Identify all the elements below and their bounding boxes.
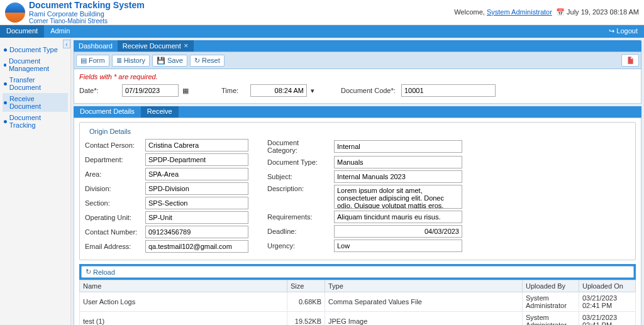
current-user-link[interactable]: System Administrator xyxy=(487,8,552,16)
app-header: Document Tracking System Rami Corporate … xyxy=(0,0,644,25)
document-code-input[interactable] xyxy=(401,84,496,97)
sidebar-item-receive-document[interactable]: Receive Document xyxy=(3,93,68,112)
col-uploaded-on[interactable]: Uploaded On xyxy=(579,280,636,292)
app-subtitle: Rami Corporate Building xyxy=(29,10,145,18)
contact-number-input[interactable] xyxy=(145,226,248,238)
cell-name: test (1) xyxy=(80,312,287,326)
contact-number-label: Contact Number: xyxy=(85,228,142,236)
attachments-toolbar: ↻Reload xyxy=(79,264,636,280)
document-code-label: Document Code*: xyxy=(341,87,397,94)
contact-person-label: Contact Person: xyxy=(85,141,142,149)
file-icon xyxy=(626,56,635,65)
area-label: Area: xyxy=(85,170,142,178)
cell-uploaded-by: System Administrator xyxy=(523,292,579,312)
email-label: Email Address: xyxy=(85,243,142,250)
col-uploaded-by[interactable]: Uploaded By xyxy=(523,280,579,292)
col-type[interactable]: Type xyxy=(325,280,523,292)
header-datetime: July 19, 2023 08:18 AM xyxy=(567,8,639,16)
cell-uploaded-by: System Administrator xyxy=(523,312,579,326)
history-button[interactable]: ≣History xyxy=(112,55,150,67)
table-row[interactable]: User Action Logs0.68KBComma Separated Va… xyxy=(80,292,636,312)
details-panel: Origin Details Contact Person: Departmen… xyxy=(74,118,641,325)
tab-receive-document[interactable]: Receive Document✕ xyxy=(118,40,194,52)
tab-label: Dashboard xyxy=(79,42,113,50)
bullet-icon xyxy=(4,63,6,67)
tab-dashboard[interactable]: Dashboard xyxy=(74,40,118,52)
urgency-label: Urgency: xyxy=(267,242,330,250)
col-size[interactable]: Size xyxy=(287,280,325,292)
date-input[interactable] xyxy=(122,84,179,97)
sidebar-item-document-management[interactable]: Document Management xyxy=(3,55,68,74)
sidebar-item-label: Document Tracking xyxy=(9,114,67,129)
button-label: Save xyxy=(167,57,183,64)
col-name[interactable]: Name xyxy=(80,280,287,292)
export-button[interactable] xyxy=(621,54,639,67)
calendar-icon[interactable]: ▦ xyxy=(182,87,189,95)
bullet-icon xyxy=(4,82,7,85)
toolbar: ▤Form ≣History 💾Save ↻Reset xyxy=(74,52,641,69)
logout-icon: ↪ xyxy=(609,27,614,35)
subtabs: Document Details Receive xyxy=(74,106,641,118)
list-icon: ≣ xyxy=(116,57,122,65)
close-icon[interactable]: ✕ xyxy=(184,43,189,49)
sidebar-item-label: Receive Document xyxy=(9,95,67,110)
refresh-icon: ↻ xyxy=(86,268,91,276)
subject-input[interactable] xyxy=(334,170,462,183)
requirements-input[interactable] xyxy=(334,211,462,223)
sidebar-item-label: Document Management xyxy=(9,57,67,72)
header-right: Welcome, System Administrator 📅 July 19,… xyxy=(454,8,639,16)
button-label: History xyxy=(124,57,145,64)
time-input[interactable] xyxy=(250,84,307,97)
subject-label: Subject: xyxy=(267,173,330,180)
logout-button[interactable]: ↪ Logout xyxy=(602,25,644,38)
urgency-input[interactable] xyxy=(334,240,462,252)
main-nav: Document Admin ↪ Logout xyxy=(0,25,644,38)
form-button[interactable]: ▤Form xyxy=(76,55,109,67)
reset-button[interactable]: ↻Reset xyxy=(190,55,225,67)
section-label: Section: xyxy=(85,199,142,207)
nav-admin[interactable]: Admin xyxy=(44,25,76,38)
document-type-label: Document Type: xyxy=(267,158,330,166)
sidebar-item-label: Document Type xyxy=(9,46,58,53)
sidebar-item-document-tracking[interactable]: Document Tracking xyxy=(3,112,68,131)
bullet-icon xyxy=(4,120,7,123)
area-input[interactable] xyxy=(145,168,248,180)
sidebar-item-document-type[interactable]: Document Type xyxy=(3,44,68,55)
subtab-receive[interactable]: Receive xyxy=(141,106,179,118)
cell-size: 19.52KB xyxy=(287,312,325,326)
description-label: Description: xyxy=(267,185,330,192)
description-textarea[interactable] xyxy=(334,185,462,209)
email-input[interactable] xyxy=(145,240,248,253)
date-label: Date*: xyxy=(79,87,118,94)
contact-person-input[interactable] xyxy=(145,139,248,151)
button-label: Reset xyxy=(202,57,220,64)
deadline-input[interactable] xyxy=(334,225,462,238)
document-type-input[interactable] xyxy=(334,156,462,168)
operating-unit-label: Operating Unit: xyxy=(85,214,142,221)
document-category-input[interactable] xyxy=(334,140,462,153)
save-button[interactable]: 💾Save xyxy=(152,55,187,67)
section-input[interactable] xyxy=(145,197,248,209)
sidebar-item-transfer-document[interactable]: Transfer Document xyxy=(3,74,68,93)
division-input[interactable] xyxy=(145,182,248,195)
button-label: Form xyxy=(89,57,105,64)
cell-uploaded-on: 03/21/2023 02:41 PM xyxy=(579,312,636,326)
department-input[interactable] xyxy=(145,153,248,166)
logout-label: Logout xyxy=(616,27,638,35)
cell-size: 0.68KB xyxy=(287,292,325,312)
subtab-document-details[interactable]: Document Details xyxy=(74,106,141,118)
required-note: Fields with * are required. xyxy=(79,73,636,80)
reload-button[interactable]: ↻Reload xyxy=(81,266,634,278)
cell-type: JPEG Image xyxy=(325,312,523,326)
form-header: Fields with * are required. Date*: ▦ Tim… xyxy=(74,69,641,104)
sidebar-collapse-button[interactable]: ‹ xyxy=(63,40,70,48)
origin-details-legend: Origin Details xyxy=(87,128,133,135)
save-icon: 💾 xyxy=(157,57,165,65)
bullet-icon xyxy=(4,101,7,104)
operating-unit-input[interactable] xyxy=(145,211,248,224)
button-label: Reload xyxy=(93,268,115,276)
time-label: Time: xyxy=(221,87,247,94)
table-row[interactable]: test (1)19.52KBJPEG ImageSystem Administ… xyxy=(80,312,636,326)
chevron-down-icon[interactable]: ▾ xyxy=(311,87,314,95)
nav-document[interactable]: Document xyxy=(0,25,44,38)
